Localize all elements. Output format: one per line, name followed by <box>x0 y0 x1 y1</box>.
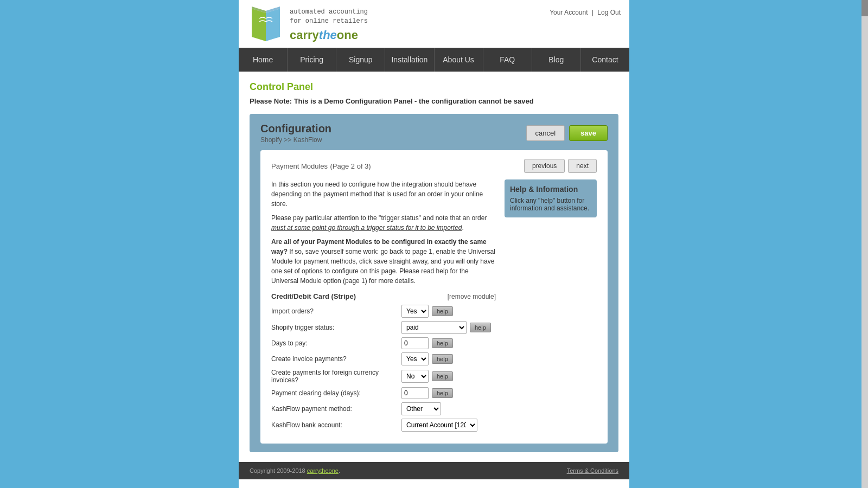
control-clearing-delay: help <box>401 387 453 399</box>
demo-note: Please Note: This is a Demo Configuratio… <box>250 97 618 105</box>
select-import-orders[interactable]: Yes No <box>401 305 429 318</box>
page-header: automated accounting for online retailer… <box>239 0 629 48</box>
nav-item-home[interactable]: Home <box>239 48 288 72</box>
section-title-text: Payment Modules <box>271 162 328 170</box>
logout-link[interactable]: Log Out <box>597 9 621 16</box>
help-box-title: Help & Information <box>510 185 591 194</box>
label-import-orders: Import orders? <box>271 307 401 315</box>
svg-marker-0 <box>252 9 266 41</box>
config-buttons: cancel save <box>526 125 608 141</box>
your-account-link[interactable]: Your Account <box>550 9 588 16</box>
select-payment-method[interactable]: Other BACS Cheque Cash <box>401 402 441 415</box>
right-column: Help & Information Click any "help" butt… <box>505 179 597 435</box>
footer-copyright: Copyright 2009-2018 carrytheone. <box>250 467 340 474</box>
field-foreign-currency: Create payments for foreign currency inv… <box>271 369 496 384</box>
config-inner: Payment Modules (Page 2 of 3) previous n… <box>260 150 608 444</box>
tagline-line2: for online retailers <box>290 17 368 25</box>
config-title-area: Configuration Shopify >> KashFlow <box>260 123 331 144</box>
left-column: In this section you need to configure ho… <box>271 179 496 435</box>
config-subtitle: Shopify >> KashFlow <box>260 136 331 144</box>
nav-item-pricing[interactable]: Pricing <box>288 48 336 72</box>
brand-the: the <box>319 28 337 42</box>
footer-brand-link[interactable]: carrytheone <box>307 467 339 474</box>
help-trigger-status[interactable]: help <box>470 323 491 332</box>
input-clearing-delay[interactable] <box>401 387 429 399</box>
select-trigger-status[interactable]: paid pending fulfilled refunded <box>401 321 467 334</box>
control-foreign-currency: No Yes help <box>401 370 453 383</box>
copyright-text: Copyright 2009-2018 <box>250 467 307 474</box>
label-trigger-status: Shopify trigger status: <box>271 324 401 331</box>
logo-area: automated accounting for online retailer… <box>247 7 368 43</box>
tagline-line1: automated accounting <box>290 8 368 16</box>
control-bank-account: Current Account [1200] Savings Account [… <box>401 419 477 432</box>
control-import-orders: Yes No help <box>401 305 453 318</box>
page-footer: Copyright 2009-2018 carrytheone. Terms &… <box>239 462 629 479</box>
nav-bar: Home Pricing Signup Installation About U… <box>239 48 629 72</box>
select-create-invoice-payments[interactable]: Yes No <box>401 352 429 365</box>
help-import-orders[interactable]: help <box>432 306 453 316</box>
brand-name: carrytheone <box>290 28 368 42</box>
help-foreign-currency[interactable]: help <box>432 371 453 381</box>
config-panel: Configuration Shopify >> KashFlow cancel… <box>250 114 618 452</box>
control-trigger-status: paid pending fulfilled refunded help <box>401 321 491 334</box>
logo-icon <box>247 7 284 43</box>
logo-text: automated accounting for online retailer… <box>290 8 368 42</box>
field-import-orders: Import orders? Yes No help <box>271 305 496 318</box>
terms-link[interactable]: Terms & Conditions <box>567 467 618 474</box>
label-payment-method: KashFlow payment method: <box>271 405 401 413</box>
config-title: Configuration <box>260 123 331 135</box>
help-box-text: Click any "help" button for information … <box>510 197 591 212</box>
brand-carry: carry <box>290 28 319 42</box>
content-columns: In this section you need to configure ho… <box>271 179 597 435</box>
remove-module-link[interactable]: [remove module] <box>448 293 496 300</box>
main-content: Control Panel Please Note: This is a Dem… <box>239 72 629 462</box>
nav-item-about-us[interactable]: About Us <box>435 48 483 72</box>
intro-text-1: In this section you need to configure ho… <box>271 179 496 209</box>
label-clearing-delay: Payment clearing delay (days): <box>271 389 401 397</box>
field-trigger-status: Shopify trigger status: paid pending ful… <box>271 321 496 334</box>
label-create-invoice-payments: Create invoice payments? <box>271 355 401 363</box>
cancel-button[interactable]: cancel <box>526 125 565 141</box>
nav-item-installation[interactable]: Installation <box>385 48 434 72</box>
input-days-to-pay[interactable] <box>401 337 429 349</box>
field-create-invoice-payments: Create invoice payments? Yes No help <box>271 352 496 365</box>
config-header: Configuration Shopify >> KashFlow cancel… <box>260 123 608 144</box>
section-page: (Page 2 of 3) <box>330 162 371 170</box>
help-box: Help & Information Click any "help" butt… <box>505 179 597 217</box>
section-title: Payment Modules (Page 2 of 3) <box>271 161 371 171</box>
field-days-to-pay: Days to pay: help <box>271 337 496 349</box>
prev-next-buttons: previous next <box>524 159 597 173</box>
footer-links: Terms & Conditions <box>567 467 618 474</box>
module-title: Credit/Debit Card (Stripe) <box>271 292 356 300</box>
nav-item-faq[interactable]: FAQ <box>483 48 532 72</box>
svg-marker-1 <box>266 9 280 41</box>
nav-item-blog[interactable]: Blog <box>532 48 581 72</box>
control-days-to-pay: help <box>401 337 453 349</box>
intro-text-2: Please pay particular attention to the "… <box>271 213 496 233</box>
nav-item-contact[interactable]: Contact <box>581 48 629 72</box>
label-foreign-currency: Create payments for foreign currency inv… <box>271 369 401 384</box>
control-create-invoice-payments: Yes No help <box>401 352 453 365</box>
page-title: Control Panel <box>250 81 618 93</box>
trigger-status-link[interactable]: must at some point go through a trigger … <box>271 224 462 232</box>
help-create-invoice-payments[interactable]: help <box>432 354 453 364</box>
save-button[interactable]: save <box>569 125 608 141</box>
field-clearing-delay: Payment clearing delay (days): help <box>271 387 496 399</box>
bold-question: Are all of your Payment Modules to be co… <box>271 238 487 255</box>
header-links: Your Account | Log Out <box>550 7 621 16</box>
section-header: Payment Modules (Page 2 of 3) previous n… <box>271 159 597 173</box>
help-clearing-delay[interactable]: help <box>432 388 453 398</box>
select-foreign-currency[interactable]: No Yes <box>401 370 429 383</box>
module-header: Credit/Debit Card (Stripe) [remove modul… <box>271 292 496 300</box>
label-bank-account: KashFlow bank account: <box>271 421 401 429</box>
brand-one: one <box>337 28 358 42</box>
previous-button[interactable]: previous <box>524 159 565 173</box>
help-days-to-pay[interactable]: help <box>432 338 453 348</box>
field-bank-account: KashFlow bank account: Current Account [… <box>271 419 496 432</box>
intro-text-3: Are all of your Payment Modules to be co… <box>271 237 496 286</box>
select-bank-account[interactable]: Current Account [1200] Savings Account [… <box>401 419 477 432</box>
next-button[interactable]: next <box>568 159 597 173</box>
label-days-to-pay: Days to pay: <box>271 339 401 347</box>
field-payment-method: KashFlow payment method: Other BACS Cheq… <box>271 402 496 415</box>
nav-item-signup[interactable]: Signup <box>336 48 385 72</box>
